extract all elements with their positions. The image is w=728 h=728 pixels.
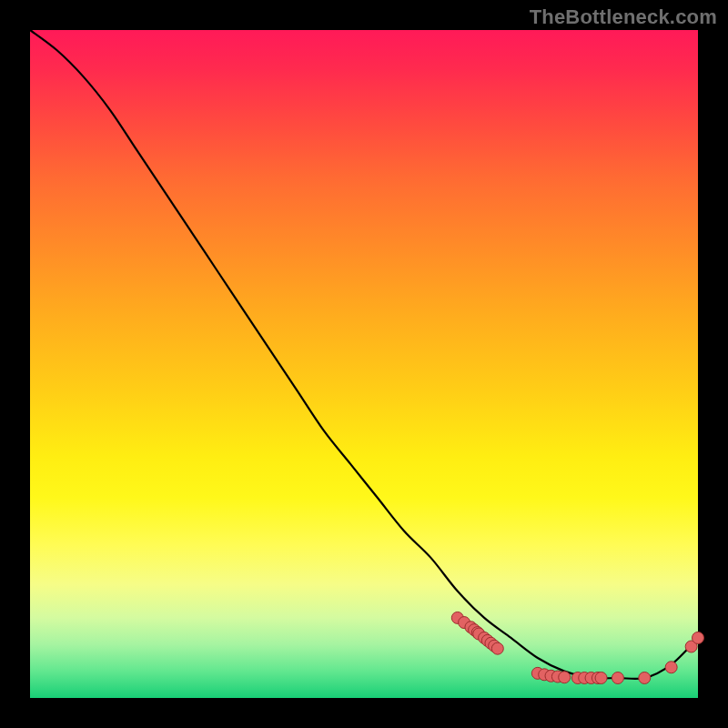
watermark-label: TheBottleneck.com [530, 5, 717, 29]
chart-overlay [30, 30, 698, 698]
highlight-dot [559, 672, 571, 683]
highlight-dot [595, 672, 607, 683]
highlight-dot [491, 642, 503, 654]
chart-stage: TheBottleneck.com [0, 0, 728, 728]
highlight-dot [612, 672, 623, 683]
bottleneck-curve [30, 30, 698, 679]
highlight-dot [665, 662, 677, 673]
highlight-dot [693, 632, 704, 643]
highlight-dot [639, 672, 651, 683]
